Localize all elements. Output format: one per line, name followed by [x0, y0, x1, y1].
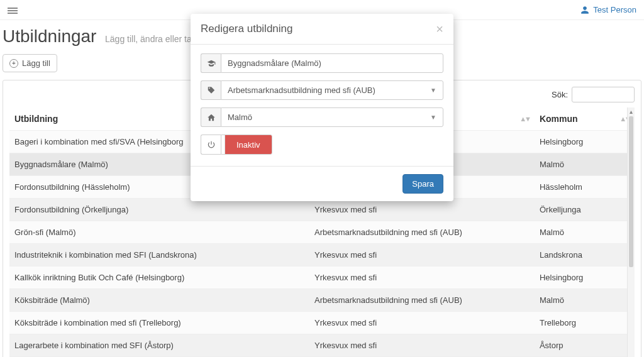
close-icon[interactable]: ×: [436, 23, 443, 35]
type-value: Arbetsmarknadsutbildning med sfi (AUB): [228, 85, 375, 95]
edit-modal: Redigera utbildning × Arbetsmarknadsutbi…: [191, 14, 453, 201]
kommun-select[interactable]: Malmö ▼: [221, 107, 443, 127]
home-icon: [201, 107, 221, 127]
tag-icon: [201, 80, 221, 100]
kommun-value: Malmö: [228, 113, 252, 122]
modal-title: Redigera utbildning: [201, 23, 293, 35]
graduation-cap-icon: [201, 53, 221, 73]
save-button[interactable]: Spara: [402, 174, 443, 194]
chevron-down-icon: ▼: [430, 114, 436, 121]
chevron-down-icon: ▼: [430, 87, 436, 94]
type-select[interactable]: Arbetsmarknadsutbildning med sfi (AUB) ▼: [221, 80, 443, 100]
name-field[interactable]: [221, 53, 443, 73]
status-label: Inaktiv: [225, 135, 272, 154]
power-icon: [201, 135, 221, 155]
status-toggle[interactable]: Inaktiv: [221, 135, 272, 155]
